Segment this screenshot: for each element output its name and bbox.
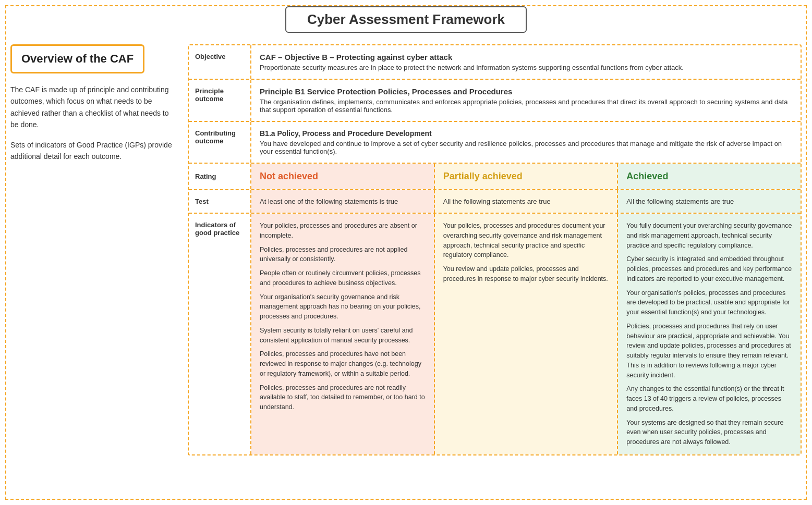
igp-achieved-item: Cyber security is integrated and embedde…: [626, 254, 792, 284]
contributing-label: Contributing outcome: [189, 122, 251, 163]
igp-not-achieved-item: System security is totally reliant on us…: [260, 326, 426, 346]
principle-desc: The organisation defines, implements, co…: [260, 98, 792, 114]
sidebar-title: Overview of the CAF: [10, 44, 144, 73]
not-achieved-rating: Not achieved: [251, 164, 435, 189]
igp-not-achieved-item: Policies, processes and procedures are n…: [260, 245, 426, 265]
objective-content: CAF – Objective B – Protecting against c…: [251, 45, 801, 79]
igp-achieved-item: Your organisation's policies, processes …: [626, 288, 792, 317]
objective-title: CAF – Objective B – Protecting against c…: [260, 53, 792, 61]
test-label: Test: [189, 190, 251, 213]
sidebar-paragraph-2: Sets of indicators of Good Practice (IGP…: [10, 139, 177, 163]
sidebar: Overview of the CAF The CAF is made up o…: [10, 44, 177, 455]
not-achieved-test: At least one of the following statements…: [251, 190, 435, 213]
contributing-desc: You have developed and continue to impro…: [260, 140, 792, 155]
partial-rating: Partially achieved: [435, 164, 619, 189]
principle-title: Principle B1 Service Protection Policies…: [260, 87, 792, 96]
igp-achieved-item: You fully document your overarching secu…: [626, 221, 792, 250]
rating-label: Rating: [189, 164, 251, 189]
igp-partial-item: You review and update policies, processe…: [443, 264, 609, 284]
contributing-content: B1.a Policy, Process and Procedure Devel…: [251, 122, 801, 163]
igp-label: Indicators of good practice: [189, 214, 251, 454]
igp-not-achieved-item: People often or routinely circumvent pol…: [260, 268, 426, 288]
objective-label: Objective: [189, 45, 251, 79]
igp-achieved-content: You fully document your overarching secu…: [618, 214, 801, 454]
sidebar-paragraph-1: The CAF is made up of principle and cont…: [10, 84, 177, 131]
principle-label: Principle outcome: [189, 80, 251, 121]
igp-partial-content: Your policies, processes and procedures …: [435, 214, 619, 454]
contributing-title: B1.a Policy, Process and Procedure Devel…: [260, 129, 792, 138]
principle-content: Principle B1 Service Protection Policies…: [251, 80, 801, 121]
objective-row: Objective CAF – Objective B – Protecting…: [189, 45, 801, 80]
main-layout: Overview of the CAF The CAF is made up o…: [0, 39, 812, 466]
achieved-test: All the following statements are true: [618, 190, 801, 213]
igp-row: Indicators of good practice Your policie…: [189, 214, 801, 454]
page-title: Cyber Assessment Framework: [285, 6, 527, 33]
rating-row: Rating Not achieved Partially achieved A…: [189, 164, 801, 190]
igp-achieved-item: Any changes to the essential function(s)…: [626, 384, 792, 413]
igp-achieved-item: Policies, processes and procedures that …: [626, 322, 792, 380]
partial-test: All the following statements are true: [435, 190, 619, 213]
test-row: Test At least one of the following state…: [189, 190, 801, 214]
igp-not-achieved-item: Policies, processes and procedures are n…: [260, 383, 426, 412]
igp-partial-item: Your policies, processes and procedures …: [443, 221, 609, 260]
igp-not-achieved-item: Policies, processes and procedures have …: [260, 349, 426, 378]
igp-not-achieved-item: Your policies, processes and procedures …: [260, 221, 426, 241]
objective-desc: Proportionate security measures are in p…: [260, 64, 792, 71]
content-table: Objective CAF – Objective B – Protecting…: [188, 44, 802, 455]
header: Cyber Assessment Framework: [0, 0, 812, 39]
achieved-rating: Achieved: [618, 164, 801, 189]
contributing-row: Contributing outcome B1.a Policy, Proces…: [189, 122, 801, 164]
igp-not-achieved-content: Your policies, processes and procedures …: [251, 214, 435, 454]
principle-row: Principle outcome Principle B1 Service P…: [189, 80, 801, 122]
igp-achieved-item: Your systems are designed so that they r…: [626, 418, 792, 447]
igp-not-achieved-item: Your organisation's security governance …: [260, 292, 426, 322]
